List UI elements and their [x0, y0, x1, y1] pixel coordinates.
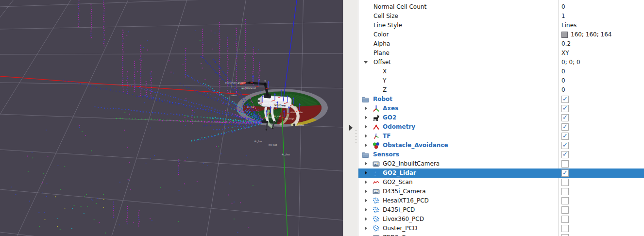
pointcloud-icon — [373, 225, 380, 232]
robot-arm — [250, 83, 265, 84]
property-value[interactable]: 0 — [561, 86, 565, 93]
expander-icon[interactable] — [365, 226, 367, 230]
color-swatch[interactable] — [561, 32, 568, 38]
tree-row-livox360-pcd[interactable]: Livox360_PCD — [358, 215, 644, 224]
svg-text:odom: odom — [231, 94, 237, 97]
expander-icon[interactable] — [365, 217, 367, 221]
displays-panel[interactable]: Normal Cell Count 0 Cell Size 1 Line Sty… — [358, 0, 644, 236]
expander-icon[interactable] — [365, 199, 367, 202]
robot-dog-icon — [373, 114, 380, 121]
tree-row-plane[interactable]: Plane XY — [358, 49, 644, 58]
expander-icon[interactable] — [365, 116, 367, 119]
property-value[interactable]: 0; 0; 0 — [561, 59, 580, 66]
camera-icon — [373, 160, 380, 168]
tree-row-robot-group[interactable]: Robot ✓ — [358, 95, 644, 104]
property-value[interactable]: 1 — [561, 13, 565, 19]
folder-icon — [362, 96, 369, 103]
tree-row-alpha[interactable]: Alpha 0.2 — [358, 39, 644, 49]
property-value[interactable]: XY — [561, 50, 569, 56]
checkbox[interactable]: ✓ — [561, 142, 569, 149]
tree-row-offset-z[interactable]: Z 0 — [358, 85, 644, 95]
tree-row-tf[interactable]: TF ✓ — [358, 132, 644, 141]
camera-icon — [373, 188, 380, 195]
property-value[interactable]: 0 — [561, 3, 565, 10]
collapse-icon[interactable] — [364, 61, 368, 64]
camera-icon — [373, 234, 380, 236]
checkbox[interactable] — [561, 188, 569, 195]
tree-row-line-style[interactable]: Line Style Lines — [358, 21, 644, 30]
expander-icon[interactable] — [365, 189, 367, 193]
tree-row-ouster-pcd[interactable]: Ouster_PCD — [358, 224, 644, 233]
expander-icon[interactable] — [365, 143, 367, 147]
checkbox[interactable]: ✓ — [561, 105, 569, 112]
property-value[interactable]: 160; 160; 164 — [571, 31, 611, 38]
tree-row-obstacle-avoidance[interactable]: Obstacle_Avoidance ✓ — [358, 141, 644, 150]
property-value[interactable]: 0.2 — [561, 40, 571, 47]
panel-splitter[interactable] — [343, 0, 358, 236]
checkbox[interactable]: ✓ — [561, 96, 569, 103]
lidar-unit — [261, 120, 268, 123]
rviz-window: Unitree wx250s/ee_gripperwx250s/wristodo… — [0, 0, 644, 236]
tree-row-go2-scan[interactable]: GO2_Scan — [358, 178, 644, 187]
checkbox[interactable] — [561, 179, 569, 186]
expander-icon[interactable] — [365, 125, 367, 129]
tree-row-normal-cell-count[interactable]: Normal Cell Count 0 — [358, 2, 644, 12]
checkbox[interactable] — [561, 206, 569, 214]
svg-text:go2/imu: go2/imu — [295, 124, 304, 126]
tree-row-go2-lidar[interactable]: GO2_Lidar ✓ — [358, 169, 644, 178]
checkbox[interactable]: ✓ — [561, 123, 569, 131]
expander-icon[interactable] — [365, 162, 367, 166]
checkbox[interactable] — [561, 234, 569, 236]
tree-row-odometry[interactable]: Odometry ✓ — [358, 122, 644, 132]
checkbox[interactable] — [561, 216, 569, 223]
checkbox[interactable]: ✓ — [561, 169, 569, 177]
checkbox[interactable]: ✓ — [561, 151, 569, 158]
expander-icon[interactable] — [365, 171, 367, 175]
tree-row-go2-inbuiltcamera[interactable]: GO2_InbuiltCamera — [358, 159, 644, 169]
checkbox[interactable] — [561, 197, 569, 204]
laserscan-icon — [373, 179, 380, 186]
tree-row-color[interactable]: Color 160; 160; 164 — [358, 30, 644, 39]
folder-icon — [362, 151, 369, 158]
tf-icon — [373, 133, 380, 140]
expander-icon[interactable] — [365, 134, 367, 138]
checkbox[interactable]: ✓ — [561, 133, 569, 140]
expand-panel-icon[interactable] — [349, 125, 353, 131]
property-value[interactable]: 0 — [561, 77, 565, 84]
spheres-icon — [373, 142, 380, 149]
pointcloud-icon — [373, 169, 380, 177]
tree-row-zed2-camera[interactable]: ZED2_Camera — [358, 233, 644, 236]
property-value[interactable]: Lines — [561, 22, 576, 29]
checkbox[interactable] — [561, 160, 569, 168]
tree-row-sensors-group[interactable]: Sensors ✓ — [358, 150, 644, 159]
tree-row-offset[interactable]: Offset 0; 0; 0 — [358, 58, 644, 67]
3d-viewport[interactable]: Unitree wx250s/ee_gripperwx250s/wristodo… — [0, 0, 343, 236]
tree-row-go2[interactable]: GO2 ✓ — [358, 113, 644, 122]
splitter-grip-dots — [356, 130, 357, 145]
pointcloud-icon — [373, 216, 380, 223]
svg-text:wx250s/wrist: wx250s/wrist — [241, 87, 256, 89]
tree-row-offset-y[interactable]: Y 0 — [358, 76, 644, 85]
3d-scene[interactable]: Unitree wx250s/ee_gripperwx250s/wristodo… — [0, 0, 343, 236]
pointcloud-icon — [373, 206, 380, 214]
expander-icon[interactable] — [365, 208, 367, 212]
tree-row-d435i-pcd[interactable]: D435i_PCD — [358, 205, 644, 215]
axes-icon — [373, 105, 380, 112]
odometry-icon — [373, 123, 380, 131]
tree-row-axes[interactable]: Axes ✓ — [358, 104, 644, 113]
tree-row-d435i-camera[interactable]: D435i_Camera — [358, 187, 644, 196]
tree-row-offset-x[interactable]: X 0 — [358, 67, 644, 76]
checkbox[interactable] — [561, 225, 569, 232]
checkbox[interactable]: ✓ — [561, 114, 569, 121]
expander-icon[interactable] — [365, 180, 367, 184]
pointcloud-icon — [373, 197, 380, 204]
property-value[interactable]: 0 — [561, 68, 565, 75]
expander-icon[interactable] — [365, 106, 367, 110]
tree-row-hesaixt16-pcd[interactable]: HesaiXT16_PCD — [358, 196, 644, 205]
tree-row-cell-size[interactable]: Cell Size 1 — [358, 12, 644, 21]
